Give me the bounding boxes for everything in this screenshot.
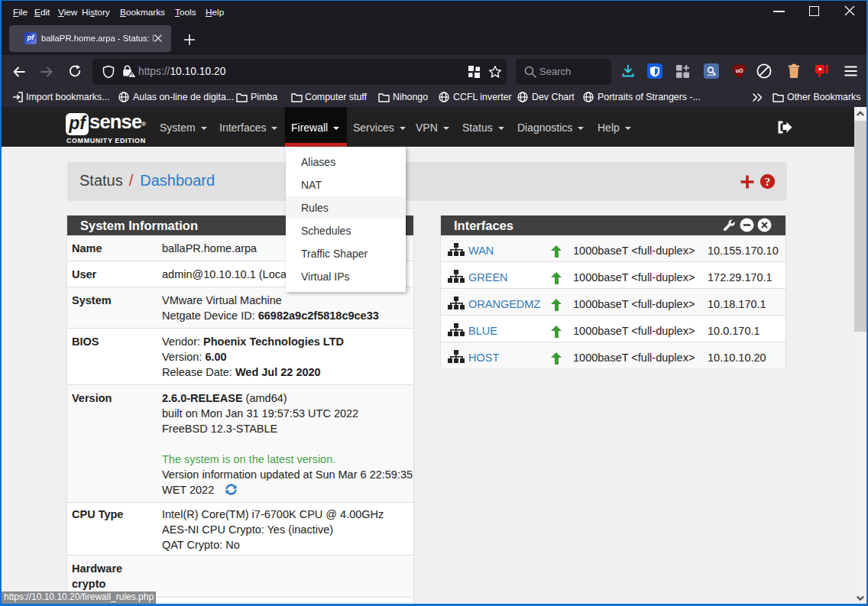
- svg-text:?: ?: [765, 176, 771, 188]
- svg-text:uO: uO: [736, 68, 743, 73]
